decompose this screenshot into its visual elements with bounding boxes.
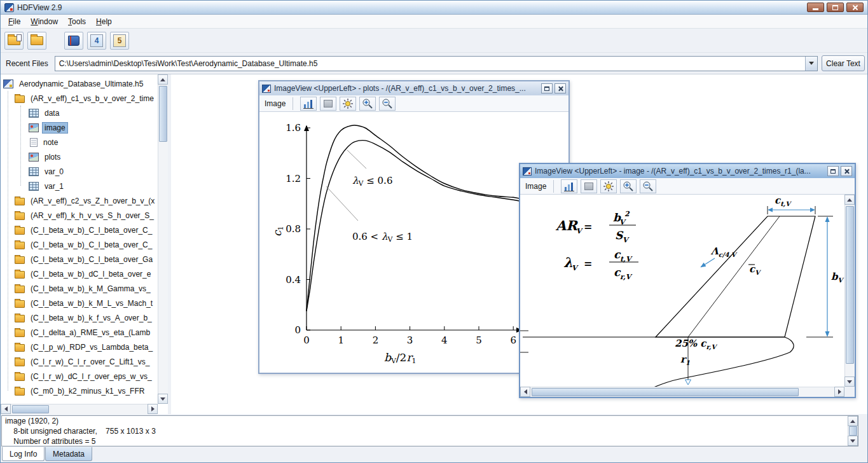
imageview-image-frame[interactable]: ImageView <UpperLeft> - image - /(AR_v_e… xyxy=(519,163,856,398)
close-file-button[interactable] xyxy=(27,32,46,50)
vertical-tail-planform xyxy=(656,216,815,337)
tab-log-info[interactable]: Log Info xyxy=(2,447,45,461)
scroll-right-button[interactable] xyxy=(148,404,158,414)
menu-tools[interactable]: Tools xyxy=(63,16,91,27)
tree-item-var0[interactable]: var_0 xyxy=(1,164,158,179)
zoom-in-icon xyxy=(623,181,634,192)
folder-icon xyxy=(15,373,25,381)
tree-group[interactable]: (C_l_beta_w_b)_k_f_vs_A_over_b_ xyxy=(1,310,158,325)
tree-group[interactable]: (C_l_beta_w_b)_k_M_Gamma_vs_ xyxy=(1,281,158,296)
scrollbar-thumb[interactable] xyxy=(846,206,854,364)
quarter-chord-line xyxy=(688,216,780,337)
hdf4-library-button[interactable]: 4 xyxy=(87,32,106,50)
scroll-left-button[interactable] xyxy=(1,404,11,414)
chart-button[interactable] xyxy=(561,179,577,193)
folder-icon xyxy=(15,388,25,396)
scroll-down-button[interactable] xyxy=(848,436,858,446)
tree-item-var1[interactable]: var_1 xyxy=(1,179,158,193)
tree-item-image-selected[interactable]: image xyxy=(1,120,158,135)
scroll-up-button[interactable] xyxy=(844,195,855,205)
menu-file[interactable]: File xyxy=(3,16,25,27)
palette-icon xyxy=(324,100,333,107)
image-horizontal-scrollbar[interactable] xyxy=(520,387,844,397)
zoom-out-button[interactable] xyxy=(379,97,396,111)
brightness-button[interactable] xyxy=(600,179,617,193)
folder-icon xyxy=(15,271,25,279)
menu-help[interactable]: Help xyxy=(91,16,117,27)
scrollbar-thumb[interactable] xyxy=(12,405,49,413)
brightness-button[interactable] xyxy=(340,97,356,111)
status-vertical-scrollbar[interactable] xyxy=(848,416,858,446)
open-file-button[interactable] xyxy=(4,32,24,50)
scrollbar-thumb[interactable] xyxy=(849,426,857,436)
tree-group[interactable]: (AR_v_eff)_k_h_v_vs_S_h_over_S_ xyxy=(1,208,158,223)
tree-item-note[interactable]: note xyxy=(1,135,158,149)
document-icon xyxy=(17,34,22,41)
tree-group[interactable]: (C_l_beta_w_b)_C_l_beta_over_Ga xyxy=(1,252,158,266)
scroll-right-button[interactable] xyxy=(834,387,844,397)
arrow-left-icon xyxy=(524,389,527,394)
close-button[interactable] xyxy=(846,3,864,12)
frame-titlebar[interactable]: ImageView <UpperLeft> - image - /(AR_v_e… xyxy=(520,164,855,178)
zoom-out-button[interactable] xyxy=(640,179,656,193)
zoom-in-button[interactable] xyxy=(359,97,376,111)
tree-group-expanded[interactable]: (AR_v_eff)_c1_vs_b_v_over_2_time xyxy=(1,91,158,106)
tree-item-data[interactable]: data xyxy=(1,106,158,120)
hdfview-window: HDFView 2.9 File Window Tools Help 4 5 R… xyxy=(0,0,868,463)
tree-root[interactable]: Aerodynamic_Database_Ultimate.h5 xyxy=(1,76,158,91)
help-book-icon xyxy=(68,36,79,46)
scroll-left-button[interactable] xyxy=(520,387,530,397)
help-button[interactable] xyxy=(64,32,83,50)
tree-group[interactable]: (AR_v_eff)_c2_vs_Z_h_over_b_v_(x xyxy=(1,193,158,208)
maximize-button[interactable] xyxy=(827,3,844,12)
palette-button[interactable] xyxy=(320,97,336,111)
scroll-down-button[interactable] xyxy=(844,377,855,387)
tree-group[interactable]: (C_l_p_w)_RDP_vs_Lambda_beta_ xyxy=(1,340,158,354)
tree-group[interactable]: (C_m0_b)_k2_minus_k1_vs_FFR xyxy=(1,384,158,398)
arrow-right-icon xyxy=(838,389,841,394)
tree-group[interactable]: (C_l_delta_a)_RME_vs_eta_(Lamb xyxy=(1,325,158,340)
image-menu[interactable]: Image xyxy=(265,99,286,108)
minimize-button[interactable] xyxy=(807,3,824,12)
arrow-down-icon xyxy=(847,380,852,384)
frame-close-button[interactable] xyxy=(841,166,852,176)
x-axis-ticks: 0123456 xyxy=(303,326,516,346)
scrollbar-thumb[interactable] xyxy=(532,388,799,396)
scrollbar-thumb[interactable] xyxy=(159,86,167,142)
scroll-up-button[interactable] xyxy=(848,416,858,426)
menu-window[interactable]: Window xyxy=(25,16,63,27)
scroll-down-button[interactable] xyxy=(158,394,168,404)
tree-horizontal-scrollbar[interactable] xyxy=(1,404,158,414)
image-icon xyxy=(29,153,39,162)
chart-button[interactable] xyxy=(300,97,317,111)
tree-group[interactable]: (C_l_beta_w_b)_C_l_beta_over_C_ xyxy=(1,237,158,252)
hdf5-library-button[interactable]: 5 xyxy=(110,32,129,50)
zoom-in-button[interactable] xyxy=(620,179,637,193)
clear-text-button[interactable]: Clear Text xyxy=(822,55,865,71)
svg-text:0.4: 0.4 xyxy=(286,274,301,286)
svg-text:V: V xyxy=(623,236,630,244)
frame-maximize-button[interactable] xyxy=(541,83,553,93)
frame-titlebar[interactable]: ImageView <UpperLeft> - plots - /(AR_v_e… xyxy=(259,81,568,95)
window-titlebar[interactable]: HDFView 2.9 xyxy=(1,1,867,15)
tree-item-plots[interactable]: plots xyxy=(1,149,158,164)
image-vertical-scrollbar[interactable] xyxy=(844,195,855,387)
scroll-up-button[interactable] xyxy=(158,74,168,85)
palette-button[interactable] xyxy=(581,179,597,193)
frame-maximize-button[interactable] xyxy=(827,166,839,176)
tab-metadata[interactable]: Metadata xyxy=(45,447,92,461)
combobox-dropdown-button[interactable] xyxy=(805,57,817,71)
tree-group[interactable]: (C_l_r_w)_dC_l_r_over_eps_w_vs_ xyxy=(1,369,158,384)
tree-group[interactable]: (C_l_beta_w_b)_C_l_beta_over_C_ xyxy=(1,223,158,237)
image-menu[interactable]: Image xyxy=(525,182,546,191)
tree-group[interactable]: (C_l_beta_w_b)_dC_l_beta_over_e xyxy=(1,266,158,281)
recent-files-combobox[interactable]: C:\Users\admin\Desktop\TesiWork\Test\Aer… xyxy=(55,56,818,71)
tree-vertical-scrollbar[interactable] xyxy=(158,74,168,404)
tree-group[interactable]: (C_l_beta_w_b)_k_M_L_vs_Mach_t xyxy=(1,296,158,310)
status-log-area[interactable]: image (1920, 2) 8-bit unsigned character… xyxy=(1,415,858,446)
frame-controls xyxy=(541,83,566,93)
frame-close-button[interactable] xyxy=(555,83,566,93)
folder-icon xyxy=(15,329,25,337)
tree-group[interactable]: (C_l_r_w)_C_l_r_over_C_Lift1_vs_ xyxy=(1,354,158,369)
frame-title: ImageView <UpperLeft> - plots - /(AR_v_e… xyxy=(274,84,539,93)
